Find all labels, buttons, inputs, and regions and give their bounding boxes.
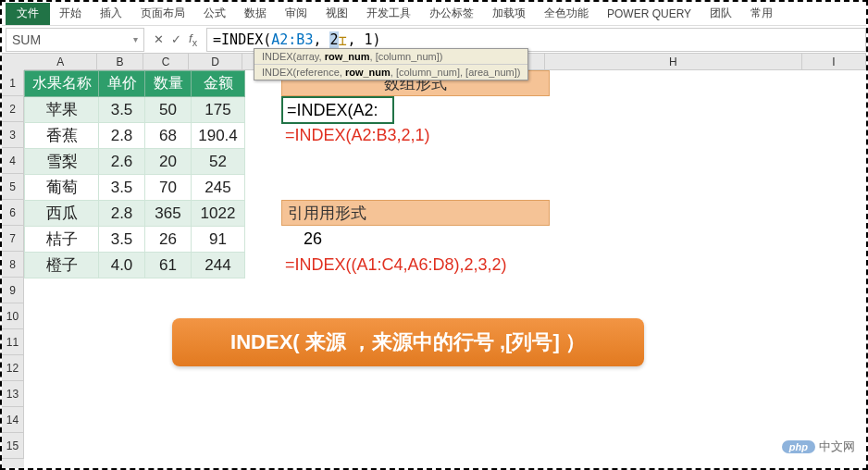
ribbon-tab-team[interactable]: 团队 xyxy=(701,2,741,25)
table-row: 苹果3.550175 xyxy=(25,97,245,123)
watermark: php 中文网 xyxy=(782,439,855,455)
row-header[interactable]: 5 xyxy=(2,174,24,200)
confirm-icon[interactable]: ✓ xyxy=(171,32,181,46)
table-row: 香蕉2.868190.4 xyxy=(25,123,245,149)
table-cell[interactable]: 3.5 xyxy=(99,97,145,123)
col-header[interactable]: B xyxy=(97,54,143,70)
table-cell[interactable]: 91 xyxy=(192,227,245,253)
table-cell[interactable]: 2.8 xyxy=(99,123,145,149)
row-header[interactable]: 13 xyxy=(2,381,24,407)
ribbon-tab-common[interactable]: 常用 xyxy=(741,2,782,25)
table-row: 西瓜2.83651022 xyxy=(25,201,245,227)
table-cell[interactable]: 20 xyxy=(145,149,192,175)
fx-icon[interactable]: fx xyxy=(189,31,197,48)
grid-area: ABCDEFGHI 123456789101112131415 水果名称单价数量… xyxy=(2,54,866,468)
table-cell[interactable]: 245 xyxy=(192,175,245,201)
table-cell[interactable]: 2.8 xyxy=(99,201,145,227)
watermark-badge: php xyxy=(782,440,815,453)
col-header[interactable]: A xyxy=(24,54,97,70)
table-header: 单价 xyxy=(99,71,145,97)
section-header-ref: 引用用形式 xyxy=(281,200,550,226)
ribbon-tab-pq[interactable]: POWER QUERY xyxy=(598,4,701,24)
ribbon-tab-developer[interactable]: 开发工具 xyxy=(357,2,420,25)
row-header[interactable]: 9 xyxy=(2,278,24,303)
ribbon-tab-data[interactable]: 数据 xyxy=(235,2,276,25)
table-cell[interactable]: 3.5 xyxy=(99,227,145,253)
table-cell[interactable]: 香蕉 xyxy=(25,123,99,149)
ribbon: 文件 开始 插入 页面布局 公式 数据 审阅 视图 开发工具 办公标签 加载项 … xyxy=(2,2,866,26)
fruit-table: 水果名称单价数量金额 苹果3.550175香蕉2.868190.4雪梨2.620… xyxy=(24,70,245,278)
row-header[interactable]: 8 xyxy=(2,252,24,278)
table-cell[interactable]: 68 xyxy=(145,123,192,149)
table-cell[interactable]: 190.4 xyxy=(192,123,245,149)
col-header[interactable]: D xyxy=(189,54,242,70)
watermark-text: 中文网 xyxy=(819,439,855,455)
table-cell[interactable]: 365 xyxy=(145,201,192,227)
col-header[interactable]: H xyxy=(545,54,802,70)
table-cell[interactable]: 苹果 xyxy=(25,97,99,123)
table-header: 金额 xyxy=(192,71,245,97)
ribbon-tab-office[interactable]: 办公标签 xyxy=(420,2,483,25)
row-header[interactable]: 12 xyxy=(2,355,24,381)
table-cell[interactable]: 52 xyxy=(192,149,245,175)
row-header[interactable]: 15 xyxy=(2,433,24,459)
col-header[interactable]: C xyxy=(143,54,190,70)
tooltip-line[interactable]: INDEX(reference, row_num, [column_num], … xyxy=(254,65,527,80)
name-box[interactable]: SUM ▾ xyxy=(6,28,144,52)
row-headers: 123456789101112131415 xyxy=(2,54,24,468)
table-cell[interactable]: 26 xyxy=(145,227,192,253)
table-cell[interactable]: 4.0 xyxy=(99,253,145,278)
ribbon-tab-addins[interactable]: 加载项 xyxy=(483,2,535,25)
row-header[interactable]: 6 xyxy=(2,200,24,226)
editing-cell[interactable]: =INDEX(A2: xyxy=(281,96,394,124)
table-cell[interactable]: 1022 xyxy=(192,201,245,227)
table-cell[interactable]: 3.5 xyxy=(99,175,145,201)
file-tab[interactable]: 文件 xyxy=(6,3,50,25)
table-header: 数量 xyxy=(145,71,192,97)
table-cell[interactable]: 2.6 xyxy=(99,149,145,175)
formula-text: =INDEX(A2:B3, 2, 1) xyxy=(213,31,381,48)
ribbon-tab-formulas[interactable]: 公式 xyxy=(194,2,235,25)
table-cell[interactable]: 桔子 xyxy=(25,227,99,253)
row-header[interactable]: 2 xyxy=(2,96,24,122)
table-cell[interactable]: 橙子 xyxy=(25,253,99,278)
ribbon-tab-insert[interactable]: 插入 xyxy=(91,2,131,25)
value-cell: 26 xyxy=(300,226,326,252)
formula-result-2: =INDEX((A1:C4,A6:D8),2,3,2) xyxy=(281,252,511,278)
row-header[interactable]: 7 xyxy=(2,226,24,252)
ribbon-tab-view[interactable]: 视图 xyxy=(316,2,357,25)
row-header[interactable]: 10 xyxy=(2,303,24,329)
tooltip-line[interactable]: INDEX(array, row_num, [column_num]) xyxy=(254,49,527,65)
name-box-value: SUM xyxy=(12,32,41,47)
banner-text: INDEX( 来源 ，来源中的行号 ,[列号] ） xyxy=(230,328,586,356)
text-cursor-icon xyxy=(339,32,348,47)
formula-result-1: =INDEX(A2:B3,2,1) xyxy=(281,122,434,148)
table-row: 葡萄3.570245 xyxy=(25,175,245,201)
table-row: 桔子3.52691 xyxy=(25,227,245,253)
table-cell[interactable]: 61 xyxy=(145,253,192,278)
ribbon-tab-review[interactable]: 审阅 xyxy=(276,2,316,25)
table-cell[interactable]: 50 xyxy=(145,97,192,123)
function-tooltip: INDEX(array, row_num, [column_num]) INDE… xyxy=(254,48,528,80)
cancel-icon[interactable]: ✕ xyxy=(154,32,164,46)
row-header[interactable]: 14 xyxy=(2,407,24,433)
table-cell[interactable]: 244 xyxy=(192,253,245,278)
table-cell[interactable]: 西瓜 xyxy=(25,201,99,227)
table-cell[interactable]: 雪梨 xyxy=(25,149,99,175)
chevron-down-icon[interactable]: ▾ xyxy=(133,34,138,44)
table-header: 水果名称 xyxy=(25,71,99,97)
col-header[interactable]: I xyxy=(802,54,866,70)
ribbon-tab-layout[interactable]: 页面布局 xyxy=(131,2,194,25)
row-header[interactable]: 11 xyxy=(2,329,24,355)
row-header[interactable]: 4 xyxy=(2,148,24,174)
syntax-banner: INDEX( 来源 ，来源中的行号 ,[列号] ） xyxy=(172,318,644,366)
ribbon-tab-color[interactable]: 全色功能 xyxy=(535,2,598,25)
table-cell[interactable]: 70 xyxy=(145,175,192,201)
table-cell[interactable]: 175 xyxy=(192,97,245,123)
row-header[interactable]: 1 xyxy=(2,70,24,96)
table-cell[interactable]: 葡萄 xyxy=(25,175,99,201)
ribbon-tab-home[interactable]: 开始 xyxy=(50,2,91,25)
table-row: 雪梨2.62052 xyxy=(25,149,245,175)
row-header[interactable]: 3 xyxy=(2,122,24,148)
formula-bar-controls: ✕ ✓ fx xyxy=(144,31,206,48)
